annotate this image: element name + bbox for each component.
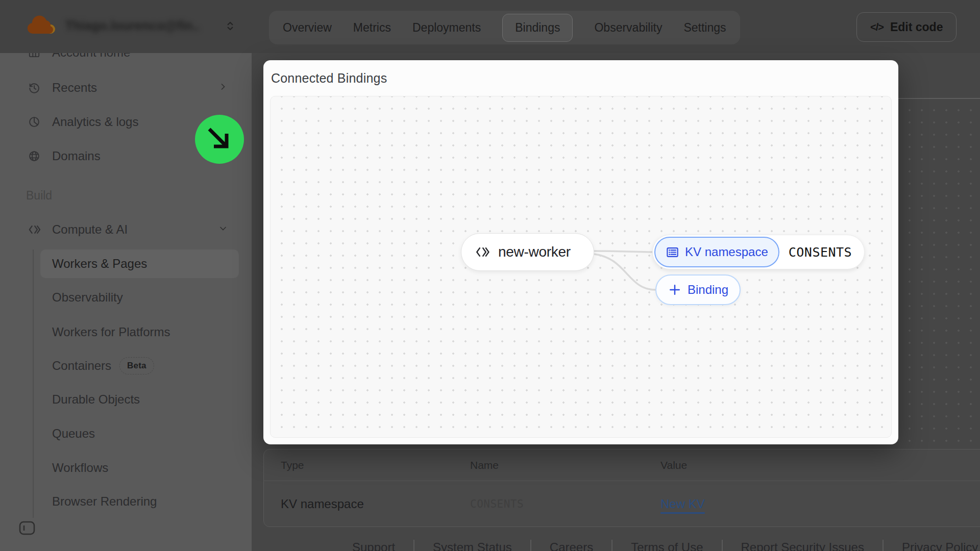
sidebar-item-label: Durable Objects [52,392,140,407]
connected-bindings-panel: Connected Bindings new-worker KV namespa… [263,60,898,444]
account-selector-icon[interactable] [224,19,237,35]
footer-divider [611,540,612,551]
pie-chart-icon [28,115,42,129]
footer-link-support[interactable]: Support [352,540,395,551]
add-binding-button[interactable]: Binding [655,274,741,305]
binding-type-cell: KV namespace [281,497,470,511]
sidebar-item-containers[interactable]: Containers Beta [0,352,252,380]
column-value: Value [660,459,980,471]
click-indicator [195,115,244,164]
sidebar-item-browser-rendering[interactable]: Browser Rendering [0,487,252,516]
sidebar-item-observability[interactable]: Observability [0,283,252,312]
footer-link-report-security-issues[interactable]: Report Security Issues [741,540,864,551]
sidebar-item-queues[interactable]: Queues [0,419,252,448]
sidebar-item-label: Compute & AI [52,222,128,237]
sidebar-item-recents[interactable]: Recents [0,73,252,102]
sidebar-item-label: Containers [52,359,111,373]
sidebar-item-label: Browser Rendering [52,494,157,509]
worker-node[interactable]: new-worker [461,233,594,271]
workers-brackets-icon [475,244,491,260]
footer-link-privacy-policy[interactable]: Privacy Policy [902,540,978,551]
history-icon [28,81,42,95]
tab-metrics[interactable]: Metrics [353,21,391,35]
kv-namespace-chip: KV namespace [654,237,779,267]
footer-link-terms-of-use[interactable]: Terms of Use [631,540,703,551]
plus-icon [668,283,682,297]
arrow-down-right-icon [195,115,244,164]
account-name[interactable]: Thiago.lourenco@fin... [65,18,199,33]
worker-tab-bar: Overview Metrics Deployments Bindings Ob… [269,11,740,44]
edit-code-button[interactable]: </> Edit code [856,12,957,42]
beta-badge: Beta [119,357,154,374]
footer-divider [530,540,531,551]
sidebar-item-workflows[interactable]: Workflows [0,454,252,482]
footer-link-careers[interactable]: Careers [550,540,593,551]
binding-value-link[interactable]: New KV [660,497,705,511]
edit-code-label: Edit code [890,20,943,34]
kv-namespace-value: CONSENTS [789,245,852,260]
worker-node-label: new-worker [498,244,571,260]
workers-brackets-icon [28,222,42,237]
table-row: KV namespace CONSENTS New KV [264,481,980,527]
collapse-sidebar-button[interactable] [18,520,36,536]
sidebar-item-label: Workers for Platforms [52,325,170,339]
footer-divider [883,540,884,551]
footer-divider [722,540,723,551]
footer-link-system-status[interactable]: System Status [433,540,512,551]
bindings-table-header: Type Name Value [264,449,980,481]
add-binding-label: Binding [688,283,728,297]
cloudflare-logo-icon [27,13,63,38]
tab-deployments[interactable]: Deployments [412,21,481,35]
bindings-diagram-canvas[interactable]: new-worker KV namespace CONSENTS Binding [270,96,892,438]
kv-namespace-type-label: KV namespace [685,245,768,259]
footer-divider [413,540,414,551]
sidebar-item-label: Observability [52,290,123,305]
kv-namespace-node[interactable]: KV namespace CONSENTS [652,235,865,269]
footer-links: Support System Status Careers Terms of U… [352,540,978,551]
sidebar: Account home Recents Analytics & logs Do… [0,0,252,551]
panel-title: Connected Bindings [271,71,898,86]
tab-settings[interactable]: Settings [683,21,726,35]
sidebar-item-compute-ai[interactable]: Compute & AI [0,215,252,244]
sidebar-item-label: Workers & Pages [52,257,147,271]
code-icon: </> [870,21,884,33]
sidebar-item-durable-objects[interactable]: Durable Objects [0,385,252,414]
tab-observability[interactable]: Observability [594,21,662,35]
bindings-table: Type Name Value KV namespace CONSENTS Ne… [263,449,980,527]
sidebar-item-label: Domains [52,149,101,163]
sidebar-section-build: Build [26,189,52,203]
column-name: Name [470,459,660,471]
column-type: Type [281,459,470,471]
globe-icon [28,149,42,163]
sidebar-item-label: Workflows [52,461,108,475]
binding-name-cell: CONSENTS [470,498,660,510]
sidebar-item-workers-for-platforms[interactable]: Workers for Platforms [0,318,252,346]
chevron-down-icon [218,222,228,237]
sidebar-item-workers-pages[interactable]: Workers & Pages [0,249,252,278]
chevron-right-icon [218,81,228,95]
tab-bindings[interactable]: Bindings [502,14,573,42]
sidebar-item-label: Queues [52,427,95,441]
sidebar-item-label: Recents [52,81,97,95]
tab-overview[interactable]: Overview [283,21,332,35]
list-details-icon [666,245,679,259]
sidebar-item-label: Analytics & logs [52,115,138,129]
